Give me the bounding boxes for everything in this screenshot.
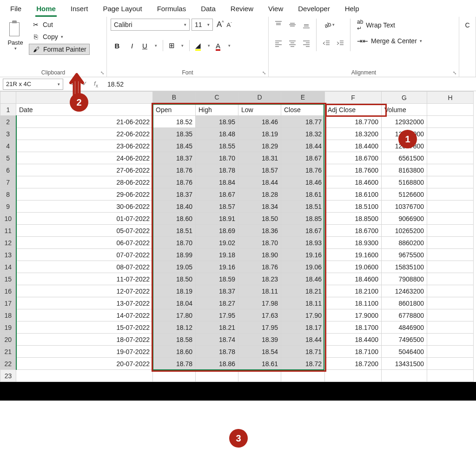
cell[interactable]: 18.3200 <box>325 128 382 140</box>
cell[interactable]: 18.21 <box>196 321 238 334</box>
partial-button[interactable]: C <box>463 19 472 32</box>
merge-center-button[interactable]: ⇥⇤ Merge & Center ▾ <box>357 37 422 45</box>
name-box[interactable]: 21R x 4C ▾ <box>3 79 63 90</box>
col-header-D[interactable]: D <box>238 92 281 104</box>
row-header[interactable]: 8 <box>0 188 16 201</box>
cell[interactable] <box>427 225 474 237</box>
cell[interactable]: 18.57 <box>196 201 238 213</box>
align-middle-button[interactable] <box>286 19 298 31</box>
align-left-button[interactable] <box>272 37 284 49</box>
cell[interactable]: 18.37 <box>196 285 238 297</box>
cell[interactable]: 11-07-2022 <box>16 273 153 285</box>
cell[interactable]: 18.99 <box>153 249 196 261</box>
cell[interactable]: 27-06-2022 <box>16 164 153 176</box>
cell[interactable]: 18.7600 <box>325 164 382 176</box>
cell[interactable]: 07-07-2022 <box>16 249 153 261</box>
row-header[interactable]: 10 <box>0 213 16 225</box>
cell[interactable]: 18.29 <box>238 140 281 152</box>
cell[interactable] <box>238 370 281 382</box>
cell[interactable]: 13431500 <box>382 358 427 370</box>
row-header[interactable]: 7 <box>0 176 16 188</box>
tab-insert[interactable]: Insert <box>70 3 89 17</box>
cell[interactable] <box>427 176 474 188</box>
cell[interactable]: Adj Close <box>325 104 382 116</box>
alignment-launcher-icon[interactable]: ⤡ <box>451 69 458 76</box>
cell[interactable]: 18.60 <box>153 213 196 225</box>
cell[interactable]: 18.86 <box>196 358 238 370</box>
cell[interactable]: 12932000 <box>382 116 427 128</box>
cell[interactable] <box>153 370 196 382</box>
row-header[interactable]: 15 <box>0 273 16 285</box>
cell[interactable]: 12463200 <box>382 285 427 297</box>
cell[interactable]: 4846900 <box>382 321 427 334</box>
cell[interactable] <box>427 321 474 334</box>
borders-button[interactable]: ⊞▾ <box>167 39 185 52</box>
cell[interactable] <box>427 164 474 176</box>
cell[interactable]: 18.91 <box>196 213 238 225</box>
cell[interactable]: 18.11 <box>238 285 281 297</box>
underline-button[interactable]: U▾ <box>140 39 159 52</box>
cell[interactable]: 29-06-2022 <box>16 188 153 201</box>
cell[interactable]: 10376700 <box>382 201 427 213</box>
cell[interactable] <box>427 309 474 321</box>
cell[interactable]: 18.71 <box>281 346 325 358</box>
cell[interactable]: 18.6100 <box>325 188 382 201</box>
cell[interactable] <box>427 249 474 261</box>
italic-button[interactable]: I <box>126 39 139 52</box>
cell[interactable]: 06-07-2022 <box>16 237 153 249</box>
cell[interactable] <box>427 213 474 225</box>
cell[interactable]: 18.7700 <box>325 116 382 128</box>
cell[interactable] <box>427 285 474 297</box>
cell[interactable]: 18.44 <box>238 176 281 188</box>
cell[interactable]: 18.31 <box>238 152 281 164</box>
cell[interactable]: 18.8500 <box>325 213 382 225</box>
cell[interactable]: 18.27 <box>196 297 238 309</box>
cell[interactable]: Low <box>238 104 281 116</box>
cell[interactable]: 08-07-2022 <box>16 261 153 273</box>
cell[interactable]: 7908800 <box>382 273 427 285</box>
cell[interactable]: 19-07-2022 <box>16 346 153 358</box>
cell[interactable]: 18.70 <box>196 152 238 164</box>
row-header[interactable]: 9 <box>0 201 16 213</box>
cell[interactable]: 18.39 <box>238 334 281 346</box>
cell[interactable]: 24-06-2022 <box>16 152 153 164</box>
cell[interactable]: 19.16 <box>196 261 238 273</box>
cell[interactable]: 7496500 <box>382 334 427 346</box>
cell[interactable] <box>427 273 474 285</box>
row-header[interactable]: 21 <box>0 346 16 358</box>
cell[interactable]: 19.06 <box>281 261 325 273</box>
cell[interactable]: 19.1600 <box>325 249 382 261</box>
cell[interactable]: 18.60 <box>153 346 196 358</box>
row-header[interactable]: 6 <box>0 164 16 176</box>
cell[interactable]: 18.04 <box>153 297 196 309</box>
cell[interactable]: 18.76 <box>153 164 196 176</box>
cell[interactable]: 19.18 <box>196 249 238 261</box>
cell[interactable]: 18.67 <box>196 188 238 201</box>
clipboard-launcher-icon[interactable]: ⤡ <box>99 69 106 76</box>
cell[interactable]: 18-07-2022 <box>16 334 153 346</box>
cell[interactable]: 18.54 <box>238 346 281 358</box>
cell[interactable]: 20-07-2022 <box>16 358 153 370</box>
cell[interactable]: 6561500 <box>382 152 427 164</box>
row-header[interactable]: 22 <box>0 358 16 370</box>
decrease-indent-button[interactable] <box>320 37 332 49</box>
cell[interactable]: 14-07-2022 <box>16 309 153 321</box>
cell[interactable]: 18.11 <box>281 297 325 309</box>
cell[interactable]: 18.78 <box>153 358 196 370</box>
decrease-font-icon[interactable]: Aˇ <box>227 21 232 28</box>
fx-icon[interactable]: fx <box>94 80 98 88</box>
cell[interactable]: 18.67 <box>281 225 325 237</box>
cell[interactable]: 18.4600 <box>325 176 382 188</box>
cell[interactable]: 17.90 <box>281 309 325 321</box>
cell[interactable]: 8163800 <box>382 164 427 176</box>
cell[interactable]: 18.50 <box>238 213 281 225</box>
cell[interactable]: 18.40 <box>153 201 196 213</box>
cell[interactable]: 5168800 <box>382 176 427 188</box>
cell[interactable]: 21-06-2022 <box>16 116 153 128</box>
tab-page-layout[interactable]: Page Layout <box>102 3 143 17</box>
cell[interactable] <box>325 370 382 382</box>
cell[interactable]: 5126600 <box>382 188 427 201</box>
bold-button[interactable]: B <box>111 39 124 52</box>
cell[interactable]: 18.7200 <box>325 358 382 370</box>
cell[interactable]: 18.58 <box>153 334 196 346</box>
